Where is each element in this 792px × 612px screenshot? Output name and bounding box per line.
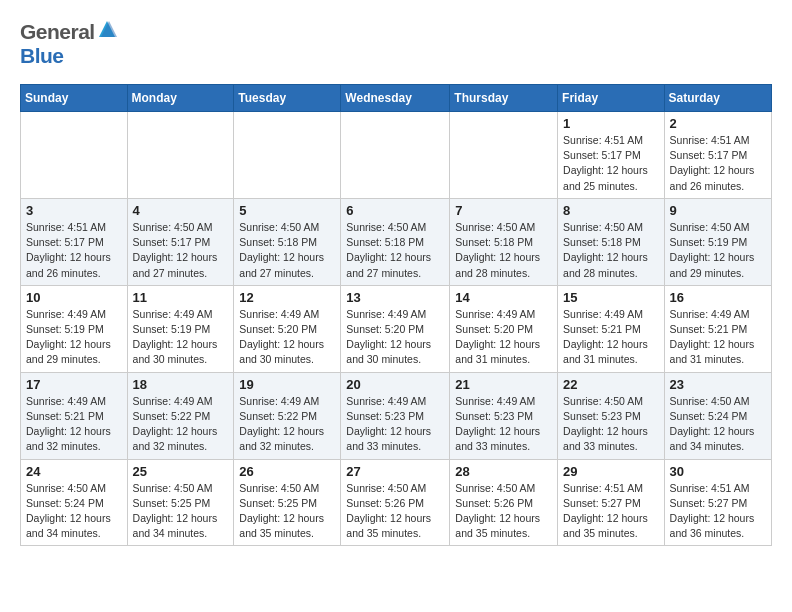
weekday-header-monday: Monday (127, 85, 234, 112)
day-cell: 17Sunrise: 4:49 AMSunset: 5:21 PMDayligh… (21, 372, 128, 459)
daylight-label: Daylight: 12 hours (563, 425, 648, 437)
day-number: 25 (133, 464, 229, 479)
day-cell: 9Sunrise: 4:50 AMSunset: 5:19 PMDaylight… (664, 198, 771, 285)
week-row-1: 1Sunrise: 4:51 AMSunset: 5:17 PMDaylight… (21, 112, 772, 199)
day-cell: 2Sunrise: 4:51 AMSunset: 5:17 PMDaylight… (664, 112, 771, 199)
day-number: 27 (346, 464, 444, 479)
daylight-label: Daylight: 12 hours (133, 512, 218, 524)
day-info: Sunrise: 4:49 AMSunset: 5:19 PMDaylight:… (133, 307, 229, 368)
weekday-header-thursday: Thursday (450, 85, 558, 112)
day-info: Sunrise: 4:49 AMSunset: 5:22 PMDaylight:… (133, 394, 229, 455)
daylight-label: Daylight: 12 hours (133, 251, 218, 263)
day-info: Sunrise: 4:49 AMSunset: 5:23 PMDaylight:… (346, 394, 444, 455)
week-row-3: 10Sunrise: 4:49 AMSunset: 5:19 PMDayligh… (21, 285, 772, 372)
day-number: 3 (26, 203, 122, 218)
daylight-label: Daylight: 12 hours (455, 338, 540, 350)
day-cell: 30Sunrise: 4:51 AMSunset: 5:27 PMDayligh… (664, 459, 771, 546)
daylight-label: Daylight: 12 hours (26, 425, 111, 437)
day-number: 1 (563, 116, 659, 131)
weekday-header-friday: Friday (558, 85, 665, 112)
daylight-label: Daylight: 12 hours (239, 425, 324, 437)
day-number: 4 (133, 203, 229, 218)
day-number: 30 (670, 464, 766, 479)
day-number: 7 (455, 203, 552, 218)
daylight-label: Daylight: 12 hours (346, 425, 431, 437)
daylight-label: Daylight: 12 hours (670, 251, 755, 263)
day-number: 21 (455, 377, 552, 392)
day-cell: 12Sunrise: 4:49 AMSunset: 5:20 PMDayligh… (234, 285, 341, 372)
day-number: 20 (346, 377, 444, 392)
day-info: Sunrise: 4:49 AMSunset: 5:22 PMDaylight:… (239, 394, 335, 455)
weekday-header-wednesday: Wednesday (341, 85, 450, 112)
daylight-label: Daylight: 12 hours (670, 512, 755, 524)
day-info: Sunrise: 4:51 AMSunset: 5:17 PMDaylight:… (26, 220, 122, 281)
day-cell: 15Sunrise: 4:49 AMSunset: 5:21 PMDayligh… (558, 285, 665, 372)
day-number: 16 (670, 290, 766, 305)
daylight-label: Daylight: 12 hours (346, 251, 431, 263)
day-info: Sunrise: 4:49 AMSunset: 5:20 PMDaylight:… (346, 307, 444, 368)
day-cell: 8Sunrise: 4:50 AMSunset: 5:18 PMDaylight… (558, 198, 665, 285)
day-cell (341, 112, 450, 199)
day-cell: 22Sunrise: 4:50 AMSunset: 5:23 PMDayligh… (558, 372, 665, 459)
daylight-label: Daylight: 12 hours (239, 512, 324, 524)
day-cell: 4Sunrise: 4:50 AMSunset: 5:17 PMDaylight… (127, 198, 234, 285)
weekday-header-row: SundayMondayTuesdayWednesdayThursdayFrid… (21, 85, 772, 112)
daylight-label: Daylight: 12 hours (455, 512, 540, 524)
day-number: 8 (563, 203, 659, 218)
day-cell (21, 112, 128, 199)
day-number: 23 (670, 377, 766, 392)
day-cell: 10Sunrise: 4:49 AMSunset: 5:19 PMDayligh… (21, 285, 128, 372)
day-cell: 24Sunrise: 4:50 AMSunset: 5:24 PMDayligh… (21, 459, 128, 546)
day-number: 15 (563, 290, 659, 305)
day-number: 28 (455, 464, 552, 479)
logo-general-text: General (20, 20, 95, 44)
day-cell: 5Sunrise: 4:50 AMSunset: 5:18 PMDaylight… (234, 198, 341, 285)
daylight-label: Daylight: 12 hours (563, 338, 648, 350)
daylight-label: Daylight: 12 hours (239, 251, 324, 263)
day-info: Sunrise: 4:50 AMSunset: 5:17 PMDaylight:… (133, 220, 229, 281)
day-info: Sunrise: 4:51 AMSunset: 5:17 PMDaylight:… (670, 133, 766, 194)
daylight-label: Daylight: 12 hours (563, 164, 648, 176)
daylight-label: Daylight: 12 hours (26, 338, 111, 350)
day-cell: 27Sunrise: 4:50 AMSunset: 5:26 PMDayligh… (341, 459, 450, 546)
day-cell: 28Sunrise: 4:50 AMSunset: 5:26 PMDayligh… (450, 459, 558, 546)
day-cell: 19Sunrise: 4:49 AMSunset: 5:22 PMDayligh… (234, 372, 341, 459)
daylight-label: Daylight: 12 hours (455, 251, 540, 263)
day-info: Sunrise: 4:50 AMSunset: 5:18 PMDaylight:… (563, 220, 659, 281)
day-cell: 25Sunrise: 4:50 AMSunset: 5:25 PMDayligh… (127, 459, 234, 546)
day-number: 26 (239, 464, 335, 479)
weekday-header-sunday: Sunday (21, 85, 128, 112)
day-cell: 20Sunrise: 4:49 AMSunset: 5:23 PMDayligh… (341, 372, 450, 459)
logo-icon (96, 19, 118, 41)
day-cell (450, 112, 558, 199)
day-info: Sunrise: 4:51 AMSunset: 5:27 PMDaylight:… (563, 481, 659, 542)
daylight-label: Daylight: 12 hours (26, 251, 111, 263)
daylight-label: Daylight: 12 hours (26, 512, 111, 524)
calendar-table: SundayMondayTuesdayWednesdayThursdayFrid… (20, 84, 772, 546)
day-info: Sunrise: 4:50 AMSunset: 5:25 PMDaylight:… (239, 481, 335, 542)
day-info: Sunrise: 4:49 AMSunset: 5:21 PMDaylight:… (670, 307, 766, 368)
day-number: 10 (26, 290, 122, 305)
day-cell (234, 112, 341, 199)
day-info: Sunrise: 4:50 AMSunset: 5:26 PMDaylight:… (346, 481, 444, 542)
day-number: 18 (133, 377, 229, 392)
day-cell: 11Sunrise: 4:49 AMSunset: 5:19 PMDayligh… (127, 285, 234, 372)
daylight-label: Daylight: 12 hours (346, 338, 431, 350)
day-number: 24 (26, 464, 122, 479)
day-info: Sunrise: 4:49 AMSunset: 5:21 PMDaylight:… (563, 307, 659, 368)
day-info: Sunrise: 4:50 AMSunset: 5:23 PMDaylight:… (563, 394, 659, 455)
day-cell: 16Sunrise: 4:49 AMSunset: 5:21 PMDayligh… (664, 285, 771, 372)
day-info: Sunrise: 4:51 AMSunset: 5:17 PMDaylight:… (563, 133, 659, 194)
day-info: Sunrise: 4:49 AMSunset: 5:19 PMDaylight:… (26, 307, 122, 368)
week-row-2: 3Sunrise: 4:51 AMSunset: 5:17 PMDaylight… (21, 198, 772, 285)
day-number: 22 (563, 377, 659, 392)
weekday-header-saturday: Saturday (664, 85, 771, 112)
daylight-label: Daylight: 12 hours (133, 425, 218, 437)
day-cell: 29Sunrise: 4:51 AMSunset: 5:27 PMDayligh… (558, 459, 665, 546)
day-info: Sunrise: 4:50 AMSunset: 5:26 PMDaylight:… (455, 481, 552, 542)
day-cell: 1Sunrise: 4:51 AMSunset: 5:17 PMDaylight… (558, 112, 665, 199)
day-cell (127, 112, 234, 199)
daylight-label: Daylight: 12 hours (670, 164, 755, 176)
daylight-label: Daylight: 12 hours (563, 251, 648, 263)
day-info: Sunrise: 4:49 AMSunset: 5:21 PMDaylight:… (26, 394, 122, 455)
